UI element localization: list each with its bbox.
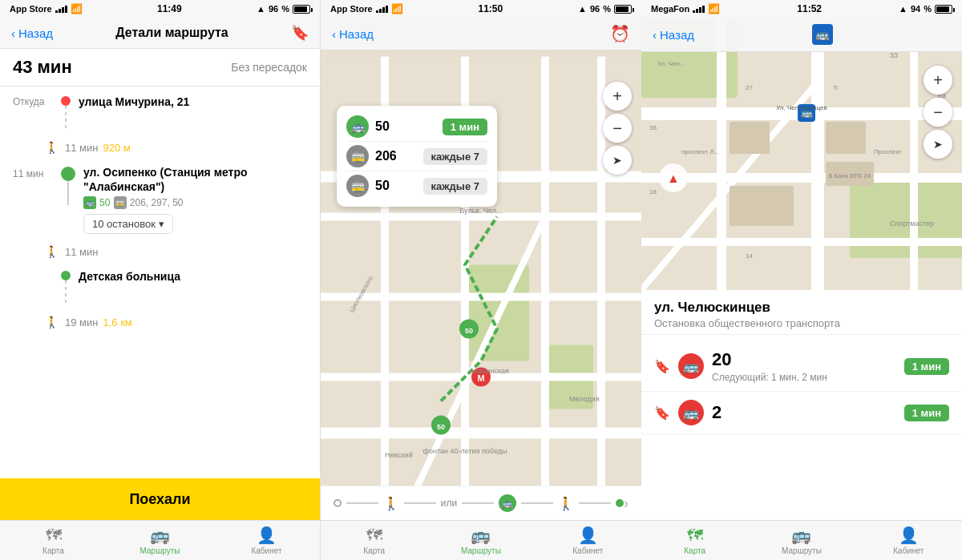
tab-cabinet-label-1: Кабинет: [251, 546, 281, 555]
status-right-3: ▲ 94 %: [899, 4, 952, 14]
back-label-3: Назад: [660, 28, 694, 42]
svg-text:18: 18: [649, 188, 657, 195]
svg-text:27: 27: [746, 84, 753, 91]
transit-line: [67, 181, 69, 205]
dest-address: Детская больница: [79, 269, 307, 284]
route-summary: 43 мин Без пересадок: [0, 49, 320, 87]
tab-cabinet-label-3: Кабинет: [893, 546, 924, 555]
transit-content: ул. Осипенко (Станция метро "Алабинская"…: [83, 165, 307, 234]
svg-text:▲: ▲: [667, 171, 680, 185]
status-bar-3: MegaFon 📶 11:52 ▲ 94 %: [641, 0, 962, 18]
arrival-card: 🚌 50 1 мин 🚋 206 каждые 7 🚋 50 каждые 7: [337, 106, 497, 207]
zoom-in-button-2[interactable]: +: [603, 82, 632, 111]
tab-map-3[interactable]: 🗺 Карта: [641, 526, 748, 555]
alarm-button[interactable]: ⏰: [610, 24, 630, 43]
back-button-3[interactable]: ‹ Назад: [653, 28, 694, 42]
step-transit: 11 мин ул. Осипенко (Станция метро "Алаб…: [0, 157, 320, 242]
zoom-out-button-2[interactable]: −: [603, 114, 632, 143]
rv-line-1: [346, 502, 378, 504]
transit-bus-badge: 🚌 50: [83, 196, 110, 209]
next-label-0: Следующий: 1 мин, 2 мин: [712, 372, 827, 383]
tab-bar-2: 🗺 Карта 🚌 Маршруты 👤 Кабинет: [321, 520, 641, 560]
go-button[interactable]: Поехали: [0, 478, 320, 520]
tab-routes-label-3: Маршруты: [782, 546, 822, 555]
svg-text:фонтан 40-летия победы: фонтан 40-летия победы: [423, 447, 507, 455]
walk-icon-2: 🚶: [45, 245, 59, 258]
walk-row-1: 🚶 11 мин 920 м: [0, 138, 320, 157]
signal-icon-1: [55, 6, 67, 13]
gps-icon-1: ▲: [257, 4, 265, 14]
zoom-in-button-3[interactable]: +: [924, 66, 952, 95]
battery-pct-3: 94: [911, 4, 920, 14]
rv-arrow[interactable]: ›: [624, 495, 629, 512]
dest-content: Детская больница: [79, 269, 307, 284]
bookmark-icon-0[interactable]: 🔖: [654, 359, 670, 374]
carrier-label-3: MegaFon: [651, 4, 689, 14]
transit-time-label: 11 мин: [13, 165, 61, 179]
bookmark-button-1[interactable]: 🔖: [291, 24, 309, 42]
back-button-1[interactable]: ‹ Назад: [11, 26, 53, 40]
tab-map-2[interactable]: 🗺 Карта: [321, 526, 427, 555]
sro-left-1: 🔖 🚌 2: [654, 400, 722, 425]
stops-count: 10 остановок: [92, 218, 156, 230]
navigate-button-3[interactable]: ➤: [924, 130, 952, 159]
route-time: 43 мин: [13, 57, 72, 78]
bus-icon-0: 🚌: [346, 115, 369, 138]
svg-text:Бульв. Чел...: Бульв. Чел...: [459, 207, 502, 215]
walk-row-2: 🚶 11 мин: [0, 242, 320, 261]
step-origin: Откуда улица Мичурина, 21: [0, 87, 320, 138]
route-num-0: 20: [712, 349, 827, 370]
origin-content: улица Мичурина, 21: [79, 95, 307, 109]
tab-map-label-2: Карта: [363, 546, 385, 555]
status-right-1: ▲ 96 %: [257, 4, 310, 14]
walk-dist-1: 920 м: [103, 142, 130, 154]
back-label-1: Назад: [18, 26, 53, 40]
arr-left-0: 🚌 50: [346, 115, 390, 138]
stops-dropdown[interactable]: 10 остановок ▾: [83, 214, 173, 234]
arr-num-2: 50: [375, 179, 390, 193]
navigate-button-2[interactable]: ➤: [603, 146, 632, 175]
tab-routes-2[interactable]: 🚌 Маршруты: [427, 526, 534, 555]
carrier-label-2: App Store: [330, 4, 373, 14]
map-svg: М Бульв. Чел... Циолковского Мелодия Нев…: [321, 18, 641, 560]
map-area[interactable]: М Бульв. Чел... Циолковского Мелодия Нев…: [321, 18, 641, 560]
back-button-2[interactable]: ‹ Назад: [332, 27, 374, 41]
chevron-left-icon-2: ‹: [332, 27, 336, 41]
svg-text:Проспект: Проспект: [874, 148, 902, 155]
battery-icon-1: [293, 5, 310, 14]
arr-time-2: каждые 7: [423, 178, 487, 195]
arr-left-2: 🚋 50: [346, 175, 390, 197]
back-label-2: Назад: [339, 27, 374, 41]
svg-text:50: 50: [437, 423, 445, 431]
status-carrier-1: App Store 📶: [10, 3, 83, 14]
stop-route-row-1: 🔖 🚌 2 1 мин: [641, 392, 962, 434]
svg-text:Невский: Невский: [385, 451, 413, 459]
routes-icon-3: 🚌: [791, 526, 811, 545]
svg-text:33: 33: [890, 51, 898, 59]
tab-cabinet-2[interactable]: 👤 Кабинет: [535, 526, 641, 555]
bookmark-icon-1[interactable]: 🔖: [654, 405, 670, 421]
tram-small-icon: 🚋: [114, 196, 127, 209]
stop-type: Остановка общественного транспорта: [654, 317, 949, 329]
walk-dist-3: 1,6 км: [103, 316, 131, 328]
routes-icon-2: 🚌: [471, 526, 491, 545]
walk-icon-1: 🚶: [45, 141, 59, 154]
svg-text:5: 5: [834, 84, 838, 91]
rv-line-3: [462, 502, 494, 504]
tab-cabinet-3[interactable]: 👤 Кабинет: [855, 526, 962, 555]
bus-small-icon: 🚌: [83, 196, 96, 209]
battery-pct-1: 96: [269, 4, 278, 14]
tab-routes-1[interactable]: 🚌 Маршруты: [107, 526, 213, 555]
zoom-out-button-3[interactable]: −: [924, 98, 952, 127]
stop-info: ул. Челюскинцев Остановка общественного …: [641, 290, 962, 335]
tab-cabinet-1[interactable]: 👤 Кабинет: [213, 526, 320, 555]
stop-map-area[interactable]: $ Банк ВТБ 24 🚌 Ул. Челюскинцев проспект…: [641, 18, 962, 290]
tab-map-1[interactable]: 🗺 Карта: [0, 526, 107, 555]
sro-info-0: 20 Следующий: 1 мин, 2 мин: [712, 349, 827, 383]
time-2: 11:50: [478, 3, 503, 14]
arrival-row-0: 🚌 50 1 мин: [346, 112, 487, 142]
battery-icon-2: [614, 5, 632, 14]
panel-route-details: App Store 📶 11:49 ▲ 96 % ‹ Назад Детали …: [0, 0, 321, 560]
rv-dot-end: [616, 499, 624, 507]
tab-routes-3[interactable]: 🚌 Маршруты: [748, 526, 855, 555]
